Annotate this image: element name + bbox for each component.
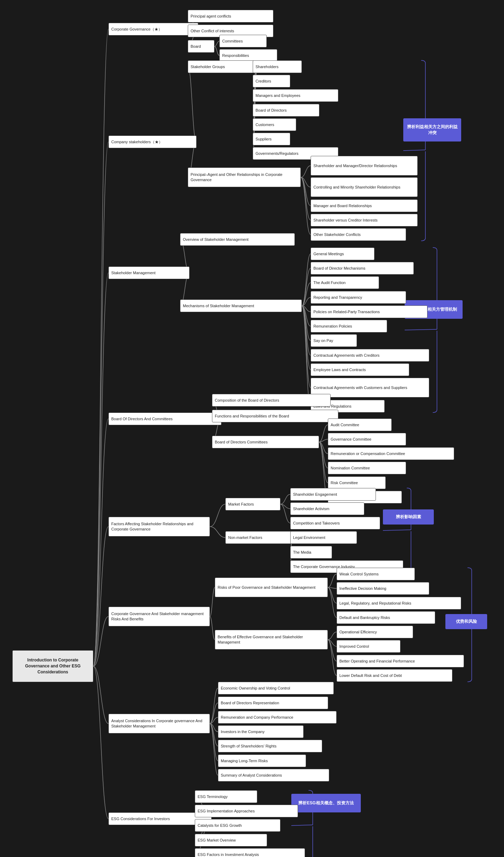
node-n47: Market Factors <box>225 498 280 510</box>
node-n13: Customers <box>253 118 296 131</box>
node-n4: Board <box>188 40 214 53</box>
node-n70: Investors in the Company <box>218 725 304 738</box>
node-n41: Governance Committee <box>328 433 406 446</box>
node-n71: Strength of Shareholders' Rights <box>218 740 322 752</box>
node-n6: Responsibilities <box>219 49 277 62</box>
node-n18: Controlling and Minority Shareholder Rel… <box>311 177 418 197</box>
node-n28: Reporting and Transparency <box>311 291 406 304</box>
node-n25: General Meetings <box>311 248 374 260</box>
node-n17: Shareholder and Manager/Director Relatio… <box>311 156 418 176</box>
node-n19: Manager and Board Relationships <box>311 199 418 212</box>
node-n60: Legal, Regulatory, and Reputational Risk… <box>337 597 461 609</box>
node-n9: Shareholders <box>253 60 302 73</box>
node-n10: Creditors <box>253 75 290 87</box>
node-n40: Audit Committee <box>328 418 392 431</box>
node-n73: Summary of Analyst Considerations <box>218 769 329 782</box>
node-n1: Corporate Governance（★） <box>108 23 198 35</box>
node-n58: Weak Control Systems <box>337 568 415 580</box>
node-n75: ESG Terminology <box>195 790 257 803</box>
node-n59: Ineffective Decision Making <box>337 582 429 595</box>
node-n68: Board of Directors Representation <box>218 697 328 709</box>
node-n42: Remuneration or Compensation Committee <box>328 447 454 460</box>
node-n49: Shareholder Engagement <box>290 488 376 501</box>
node-n44: Risk Committee <box>328 476 386 489</box>
node-n23: Overview of Stakeholder Management <box>180 233 295 246</box>
node-n51: Competition and Takeovers <box>290 517 380 529</box>
node-n50: Shareholder Activism <box>290 502 364 515</box>
node-n5: Committees <box>219 35 267 47</box>
node-n12: Board of Directors <box>253 104 319 117</box>
node-n14: Suppliers <box>253 133 290 145</box>
node-n78: ESG Market Overview <box>195 834 267 846</box>
mind-map: Introduction to Corporate Governance and… <box>0 0 504 857</box>
node-n43: Nomination Committee <box>328 462 406 474</box>
node-n37: Composition of the Board of Directors <box>212 394 331 407</box>
node-n36: Board Of Directors And Committees <box>108 413 221 425</box>
node-n64: Better Operating and Financial Performan… <box>337 655 464 667</box>
node-n65: Lower Default Risk and Cost of Debt <box>337 669 452 682</box>
node-n24: Mechanisms of Stakeholder Management <box>180 299 302 312</box>
node-n33: Employee Laws and Contracts <box>311 363 409 376</box>
node-n20: Shareholder versus Creditor Interests <box>311 214 418 226</box>
node-n29: Policies on Related-Party Transactions <box>311 305 427 318</box>
node-n11: Managers and Employees <box>253 89 338 102</box>
node-n67: Economic Ownership and Voting Control <box>218 682 334 694</box>
node-n72: Managing Long-Term Risks <box>218 754 306 767</box>
node-n79: ESG Factors in Investment Analysis <box>195 848 305 857</box>
label-tag-lbl1: 辨析利益相关方之间的利益冲突 <box>403 118 461 141</box>
node-n39: Board of Directors Committees <box>212 436 319 448</box>
node-n76: ESG Implementation Approaches <box>195 805 298 817</box>
root-node: Introduction to Corporate Governance and… <box>12 650 93 682</box>
node-n62: Operational Efficiency <box>337 626 413 638</box>
node-n55: Corporate Governance And Stakeholder man… <box>108 607 210 626</box>
node-n7: Company stakeholders（★） <box>108 136 197 148</box>
node-n53: The Media <box>290 546 332 559</box>
node-n69: Remuneration and Company Performance <box>218 711 337 724</box>
node-n8: Stakeholder Groups <box>188 60 257 73</box>
node-n22: Stakeholder Management <box>108 266 190 279</box>
node-n46: Factors Affecting Stakeholder Relationsh… <box>108 517 210 536</box>
node-n2: Principal agent conflicts <box>188 10 273 22</box>
node-n56: Risks of Poor Governance and Stakeholder… <box>215 578 328 597</box>
node-n61: Default and Bankruptcy Risks <box>337 611 435 624</box>
label-tag-lbl4: 优势和风险 <box>445 614 487 629</box>
node-n66: Analyst Considerations In Corporate gove… <box>108 714 210 733</box>
node-n30: Remuneration Policies <box>311 320 387 332</box>
node-n21: Other Stakeholder Conflicts <box>311 228 406 241</box>
node-n52: Legal Environment <box>290 531 357 544</box>
node-n27: The Audit Function <box>311 276 379 289</box>
node-n31: Say on Pay <box>311 334 357 347</box>
node-n48: Non-market Factors <box>225 531 292 544</box>
node-n26: Board of Director Mechanisms <box>311 262 414 275</box>
node-n16: Principal–Agent and Other Relationships … <box>188 167 301 187</box>
label-tag-lbl5: 辨析ESG相关概念、投资方法 <box>291 794 361 812</box>
node-n77: Catalysts for ESG Growth <box>195 819 280 832</box>
node-n57: Benefits of Effective Governance and Sta… <box>215 630 328 650</box>
node-n38: Functions and Responsibilities of the Bo… <box>212 410 338 422</box>
node-n32: Contractual Agreements with Creditors <box>311 349 429 362</box>
label-tag-lbl3: 辨析影响因素 <box>383 509 434 525</box>
node-n63: Improved Control <box>337 640 400 653</box>
